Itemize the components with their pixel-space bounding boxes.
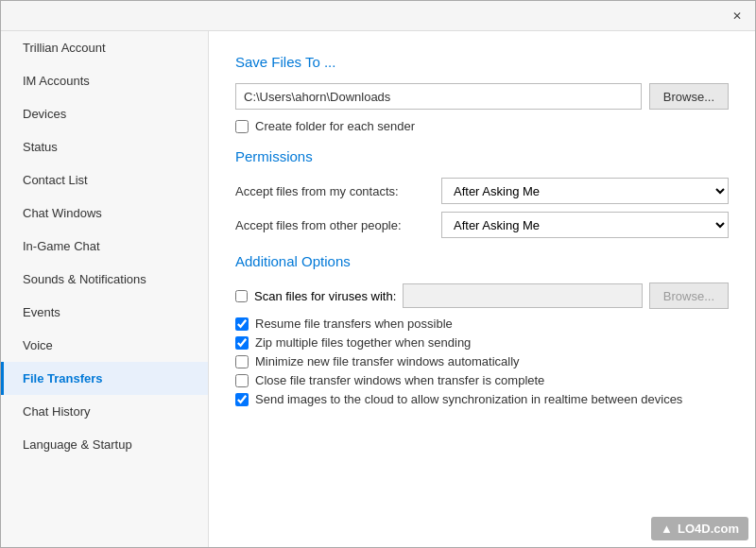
main-window: ✕ Trillian AccountIM AccountsDevicesStat… — [0, 0, 756, 548]
accept-other-label: Accept files from other people: — [235, 218, 434, 232]
sidebar-item-devices[interactable]: Devices — [1, 97, 208, 130]
sidebar-item-status[interactable]: Status — [1, 130, 208, 163]
scan-checkbox[interactable] — [235, 290, 248, 302]
sidebar-item-im-accounts[interactable]: IM Accounts — [1, 64, 208, 97]
additional-option-row-0: Resume file transfers when possible — [235, 317, 729, 331]
create-folder-row: Create folder for each sender — [235, 119, 729, 133]
scan-label: Scan files for viruses with: — [254, 289, 396, 303]
permissions-section: Permissions Accept files from my contact… — [235, 148, 729, 238]
content-area: Trillian AccountIM AccountsDevicesStatus… — [1, 31, 755, 547]
additional-option-label-2: Minimize new file transfer windows autom… — [255, 354, 520, 368]
additional-option-label-3: Close file transfer windows when transfe… — [255, 373, 544, 387]
accept-contacts-row: Accept files from my contacts: AlwaysAft… — [235, 178, 729, 204]
create-folder-checkbox[interactable] — [235, 120, 249, 133]
sidebar: Trillian AccountIM AccountsDevicesStatus… — [1, 31, 209, 547]
sidebar-item-language-startup[interactable]: Language & Startup — [1, 428, 208, 461]
additional-option-checkbox-1[interactable] — [235, 336, 249, 350]
additional-option-checkbox-4[interactable] — [235, 393, 249, 406]
additional-option-label-4: Send images to the cloud to allow synchr… — [255, 392, 682, 406]
save-files-title: Save Files To ... — [235, 54, 729, 70]
sidebar-item-contact-list[interactable]: Contact List — [1, 163, 208, 197]
additional-option-row-4: Send images to the cloud to allow synchr… — [235, 392, 729, 406]
scan-row: Scan files for viruses with: Browse... — [235, 283, 729, 309]
titlebar: ✕ — [1, 1, 755, 31]
sidebar-item-file-transfers[interactable]: File Transfers — [1, 362, 208, 395]
scan-browse-button[interactable]: Browse... — [649, 283, 729, 309]
permissions-title: Permissions — [235, 148, 729, 164]
watermark-icon: ▲ — [661, 522, 673, 536]
additional-option-row-2: Minimize new file transfer windows autom… — [235, 354, 729, 368]
sidebar-item-voice[interactable]: Voice — [1, 329, 208, 362]
save-files-row: Browse... — [235, 83, 729, 110]
sidebar-item-trillian-account[interactable]: Trillian Account — [1, 31, 208, 64]
accept-other-row: Accept files from other people: AlwaysAf… — [235, 212, 729, 238]
main-panel: Save Files To ... Browse... Create folde… — [209, 31, 755, 547]
additional-option-checkbox-2[interactable] — [235, 355, 249, 368]
scan-path-input[interactable] — [403, 283, 643, 308]
watermark: ▲ LO4D.com — [651, 517, 748, 540]
watermark-text: LO4D.com — [678, 522, 739, 536]
additional-option-label-0: Resume file transfers when possible — [255, 317, 453, 331]
additional-option-checkbox-3[interactable] — [235, 374, 249, 387]
sidebar-item-sounds-notifications[interactable]: Sounds & Notifications — [1, 263, 208, 296]
sidebar-item-events[interactable]: Events — [1, 296, 208, 329]
additional-section: Additional Options Scan files for viruse… — [235, 253, 729, 406]
additional-title: Additional Options — [235, 253, 729, 269]
sidebar-item-in-game-chat[interactable]: In-Game Chat — [1, 230, 208, 263]
sidebar-item-chat-history[interactable]: Chat History — [1, 395, 208, 428]
additional-option-checkbox-0[interactable] — [235, 317, 249, 331]
create-folder-label: Create folder for each sender — [255, 119, 415, 133]
close-button[interactable]: ✕ — [723, 3, 751, 29]
sidebar-item-chat-windows[interactable]: Chat Windows — [1, 197, 208, 230]
accept-other-select[interactable]: AlwaysAfter Asking MeNever — [441, 212, 729, 238]
additional-option-label-1: Zip multiple files together when sending — [255, 335, 471, 350]
save-browse-button[interactable]: Browse... — [649, 83, 729, 110]
additional-option-row-1: Zip multiple files together when sending — [235, 335, 729, 350]
save-path-input[interactable] — [235, 83, 642, 110]
accept-contacts-label: Accept files from my contacts: — [235, 184, 434, 198]
additional-option-row-3: Close file transfer windows when transfe… — [235, 373, 729, 387]
accept-contacts-select[interactable]: AlwaysAfter Asking MeNever — [441, 178, 729, 204]
